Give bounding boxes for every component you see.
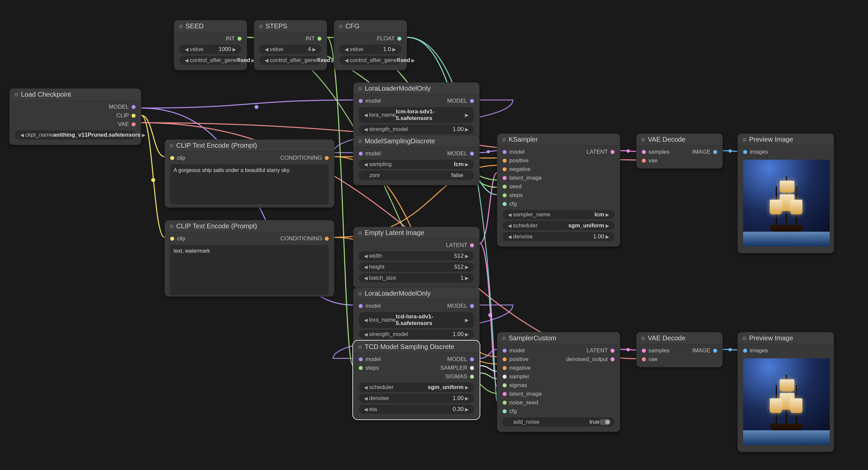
prompt-textarea[interactable]: text, watermark [170, 245, 329, 295]
output-vae[interactable]: VAE [118, 121, 135, 128]
chevron-left-icon[interactable]: ◀ [363, 112, 369, 118]
chevron-left-icon[interactable]: ◀ [363, 407, 369, 412]
chevron-right-icon[interactable]: ▶ [464, 317, 470, 323]
node-vae-decode-2[interactable]: VAE Decode samplesIMAGE vae [636, 332, 723, 367]
chevron-left-icon[interactable]: ◀ [506, 212, 513, 217]
node-load-checkpoint[interactable]: Load Checkpoint MODEL CLIP VAE ◀ckpt_nam… [9, 88, 141, 145]
input-seed[interactable]: seed [503, 183, 522, 190]
chevron-right-icon[interactable]: ▶ [464, 332, 470, 337]
node-header[interactable]: CLIP Text Encode (Prompt) [165, 220, 334, 232]
node-header[interactable]: CFG [334, 20, 407, 32]
node-header[interactable]: Load Checkpoint [10, 89, 141, 101]
output-sampler[interactable]: SAMPLER [440, 364, 474, 372]
widget-strength-model[interactable]: ◀strength_model1.00▶ [359, 330, 474, 339]
node-header[interactable]: SamplerCustom [497, 332, 620, 344]
input-model[interactable]: model [359, 97, 381, 105]
output-latent[interactable]: LATENT [587, 148, 615, 156]
chevron-left-icon[interactable]: ◀ [363, 317, 369, 323]
output-image[interactable]: IMAGE [692, 148, 717, 156]
widget-eta[interactable]: ◀eta0.30▶ [359, 405, 474, 414]
input-negative[interactable]: negative [503, 364, 531, 372]
node-header[interactable]: LoraLoaderModelOnly [353, 83, 479, 95]
node-lora-loader-1[interactable]: LoraLoaderModelOnly model MODEL ◀lora_na… [353, 82, 479, 139]
node-header[interactable]: Preview Image [738, 332, 834, 344]
node-preview-image-1[interactable]: Preview Image images [738, 133, 834, 253]
widget-ckpt-name[interactable]: ◀ckpt_nameanithing_v11Pruned.safetensors… [15, 130, 135, 140]
input-images[interactable]: images [743, 148, 768, 156]
chevron-left-icon[interactable]: ◀ [363, 161, 369, 167]
chevron-left-icon[interactable]: ◀ [264, 47, 270, 52]
chevron-right-icon[interactable]: ▶ [464, 396, 470, 401]
node-clip-text-encode-positive[interactable]: CLIP Text Encode (Prompt) clip CONDITION… [164, 139, 334, 208]
node-header[interactable]: LoraLoaderModelOnly [353, 288, 479, 300]
widget-scheduler[interactable]: ◀schedulersgm_uniform▶ [359, 383, 474, 392]
widget-control-after-generate[interactable]: ◀control_after_genefixed▶ [259, 56, 321, 65]
chevron-left-icon[interactable]: ◀ [363, 332, 369, 337]
node-model-sampling-discrete[interactable]: ModelSamplingDiscrete model MODEL ◀sampl… [353, 135, 479, 185]
output-model[interactable]: MODEL [447, 97, 474, 105]
widget-height[interactable]: ◀height512▶ [359, 262, 474, 272]
chevron-left-icon[interactable]: ◀ [343, 47, 350, 52]
output-denoised[interactable]: denoised_output [566, 356, 615, 363]
input-latent-image[interactable]: latent_image [503, 390, 541, 398]
input-positive[interactable]: positive [503, 356, 529, 363]
node-header[interactable]: VAE Decode [637, 134, 722, 146]
chevron-right-icon[interactable]: ▶ [141, 132, 147, 138]
node-seed[interactable]: SEED INT ◀value1000▶ ◀control_after_gene… [174, 20, 247, 70]
node-preview-image-2[interactable]: Preview Image images [738, 332, 834, 452]
widget-value[interactable]: ◀value1000▶ [180, 45, 242, 54]
node-header[interactable]: Preview Image [738, 134, 834, 146]
input-cfg[interactable]: cfg [503, 408, 517, 415]
chevron-left-icon[interactable]: ◀ [184, 58, 190, 63]
output-conditioning[interactable]: CONDITIONING [280, 235, 329, 242]
widget-lora-name[interactable]: ◀lora_namelcm-lora-sdv1-5.safetensors▶ [359, 107, 474, 123]
chevron-right-icon[interactable]: ▶ [464, 385, 470, 390]
node-graph-canvas[interactable]: SEED INT ◀value1000▶ ◀control_after_gene… [0, 0, 868, 470]
output-sigmas[interactable]: SIGMAS [445, 373, 474, 380]
output-int[interactable]: INT [306, 35, 321, 42]
input-sigmas[interactable]: sigmas [503, 382, 527, 389]
chevron-right-icon[interactable]: ▶ [464, 407, 470, 412]
widget-add-noise[interactable]: add_noisetrue [503, 417, 615, 427]
node-header[interactable]: TCD Model Sampling Discrete [353, 341, 479, 353]
input-vae[interactable]: vae [642, 157, 657, 164]
node-ksampler[interactable]: KSampler modelLATENT positive negative l… [497, 133, 620, 247]
node-sampler-custom[interactable]: SamplerCustom modelLATENT positivedenois… [497, 332, 620, 432]
input-model[interactable]: model [359, 302, 381, 310]
output-int[interactable]: INT [226, 35, 242, 42]
output-model[interactable]: MODEL [447, 356, 474, 363]
widget-denoise[interactable]: ◀denoise1.00▶ [503, 232, 615, 241]
chevron-left-icon[interactable]: ◀ [363, 264, 369, 270]
widget-batch-size[interactable]: ◀batch_size1▶ [359, 273, 474, 283]
widget-lora-name[interactable]: ◀lora_nametcd-lora-sdv1-5.safetensors▶ [359, 312, 474, 328]
toggle-add-noise[interactable] [599, 419, 611, 425]
widget-control-after-generate[interactable]: ◀control_after_genefixed▶ [339, 56, 401, 65]
node-header[interactable]: STEPS [254, 20, 327, 32]
chevron-left-icon[interactable]: ◀ [19, 132, 25, 138]
widget-denoise[interactable]: ◀denoise1.00▶ [359, 394, 474, 403]
node-steps[interactable]: STEPS INT ◀value4▶ ◀control_after_genefi… [254, 20, 327, 70]
widget-scheduler[interactable]: ◀schedulersgm_uniform▶ [503, 221, 615, 230]
input-model[interactable]: model [359, 356, 381, 363]
input-model[interactable]: model [359, 150, 381, 157]
output-model[interactable]: MODEL [447, 150, 474, 157]
chevron-left-icon[interactable]: ◀ [506, 234, 513, 239]
widget-zsnr[interactable]: zsnrfalse [359, 171, 474, 180]
node-tcd-model-sampling-discrete[interactable]: TCD Model Sampling Discrete model MODEL … [353, 341, 479, 419]
input-noise-seed[interactable]: noise_seed [503, 399, 538, 406]
chevron-right-icon[interactable]: ▶ [464, 127, 470, 132]
input-vae[interactable]: vae [642, 356, 657, 363]
chevron-right-icon[interactable]: ▶ [464, 161, 470, 167]
chevron-right-icon[interactable]: ▶ [311, 47, 317, 52]
input-steps[interactable]: steps [359, 364, 379, 372]
chevron-right-icon[interactable]: ▶ [464, 264, 470, 270]
chevron-right-icon[interactable]: ▶ [604, 223, 611, 228]
input-cfg[interactable]: cfg [503, 200, 517, 208]
input-model[interactable]: model [503, 148, 525, 156]
chevron-left-icon[interactable]: ◀ [184, 47, 190, 52]
chevron-right-icon[interactable]: ▶ [604, 212, 611, 217]
input-sampler[interactable]: sampler [503, 373, 529, 380]
node-lora-loader-2[interactable]: LoraLoaderModelOnly model MODEL ◀lora_na… [353, 287, 479, 344]
chevron-right-icon[interactable]: ▶ [231, 47, 238, 52]
input-clip[interactable]: clip [170, 235, 186, 242]
